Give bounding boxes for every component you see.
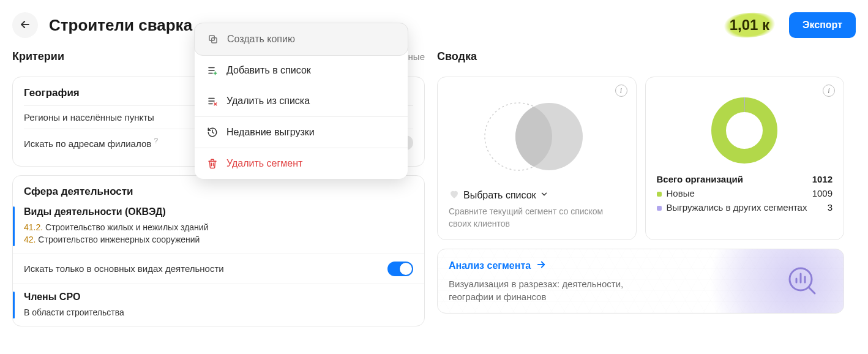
menu-add-to-list[interactable]: Добавить в список <box>195 55 408 86</box>
menu-recent-exports[interactable]: Недавние выгрузки <box>195 117 408 148</box>
sro-detail: В области строительства <box>24 306 413 318</box>
exported-value: 3 <box>828 202 832 213</box>
analysis-link[interactable]: Анализ сегмента <box>449 259 832 273</box>
svg-point-7 <box>719 105 770 156</box>
sro-title[interactable]: Члены СРО <box>24 292 413 303</box>
list-remove-icon <box>207 96 218 107</box>
menu-create-copy-label: Создать копию <box>227 34 295 45</box>
analysis-subtitle: Визуализация в разрезах: деятельности, г… <box>449 277 669 303</box>
info-icon[interactable]: i <box>823 85 835 97</box>
geography-regions[interactable]: Регионы и населённые пункты <box>24 112 154 122</box>
menu-recent-exports-label: Недавние выгрузки <box>226 127 315 138</box>
heart-icon <box>449 189 460 202</box>
header: Строители сварка 1,01 к Экспорт <box>0 0 868 49</box>
back-button[interactable] <box>12 12 38 38</box>
menu-create-copy[interactable]: Создать копию <box>194 23 408 56</box>
menu-delete-segment[interactable]: Удалить сегмент <box>195 148 408 179</box>
venn-card: i <box>437 77 637 240</box>
okved-item: 42. Строительство инженерных сооружений <box>24 233 413 246</box>
geography-branches: Искать по адресам филиалов ? <box>24 137 158 149</box>
donut-card: i Всего организаций 1012 Новые 1009 <box>645 77 845 240</box>
help-icon[interactable]: ? <box>154 137 158 145</box>
only-main-okved-label: Искать только в основных видах деятельно… <box>24 263 224 274</box>
copy-icon <box>208 34 219 45</box>
donut-chart <box>657 91 833 170</box>
exported-label: Выгружались в других сегментах <box>667 202 807 213</box>
total-orgs-label: Всего организаций <box>657 174 743 184</box>
activity-title: Сфера деятельности <box>24 186 413 198</box>
summary-heading: Сводка <box>437 49 844 68</box>
menu-remove-from-list[interactable]: Удалить из списка <box>195 86 408 116</box>
menu-delete-segment-label: Удалить сегмент <box>226 158 302 169</box>
page-title: Строители сварка <box>49 16 192 35</box>
venn-chart <box>449 91 625 183</box>
new-label: Новые <box>667 188 695 198</box>
activity-card: Сфера деятельности Виды деятельности (ОК… <box>12 175 425 326</box>
menu-add-to-list-label: Добавить в список <box>226 65 311 76</box>
criteria-heading-text: Критерии <box>12 50 64 63</box>
compare-text: Сравните текущий сегмент со списком свои… <box>449 206 625 230</box>
chevron-down-icon <box>540 190 548 201</box>
analysis-card[interactable]: Анализ сегмента Визуализация в разрезах:… <box>437 249 844 314</box>
trash-icon <box>207 158 218 169</box>
history-icon <box>207 127 218 138</box>
info-icon[interactable]: i <box>615 85 627 97</box>
segment-actions-menu: Создать копию Добавить в список Удалить … <box>195 23 408 179</box>
arrow-right-icon <box>536 259 547 273</box>
okved-title[interactable]: Виды деятельности (ОКВЭД) <box>24 206 413 217</box>
summary-heading-text: Сводка <box>437 50 477 63</box>
count-badge: 1,01 к <box>720 13 779 37</box>
choose-list-label: Выбрать список <box>463 190 536 201</box>
only-main-okved-toggle[interactable] <box>387 262 413 276</box>
menu-remove-from-list-label: Удалить из списка <box>226 96 310 107</box>
arrow-left-icon <box>19 18 31 32</box>
export-button[interactable]: Экспорт <box>789 12 856 38</box>
total-orgs-value: 1012 <box>812 174 832 184</box>
new-value: 1009 <box>812 188 832 198</box>
okved-item: 41.2. Строительство жилых и нежилых здан… <box>24 221 413 233</box>
choose-list[interactable]: Выбрать список <box>449 189 625 202</box>
list-add-icon <box>207 65 218 76</box>
